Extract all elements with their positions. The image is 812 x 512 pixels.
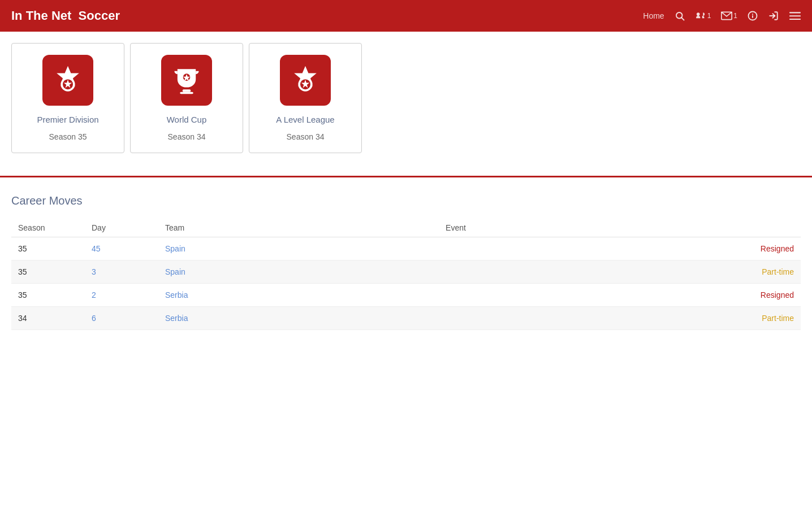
card-premier-division-title: Premier Division xyxy=(37,115,98,124)
users-icon[interactable]: 1 xyxy=(695,11,711,21)
brand-sub: Soccer xyxy=(79,8,120,23)
cell-event: Part-time xyxy=(439,307,801,330)
card-a-level-league[interactable]: A Level LeagueSeason 34 xyxy=(249,43,362,153)
cell-day: 2 xyxy=(85,284,158,307)
svg-rect-7 xyxy=(789,12,801,13)
table-row: 3545SpainResigned xyxy=(11,237,801,261)
card-premier-division[interactable]: Premier DivisionSeason 35 xyxy=(11,43,124,153)
card-a-level-league-season: Season 34 xyxy=(287,132,325,141)
card-premier-division-icon xyxy=(42,55,93,106)
cell-season: 34 xyxy=(11,307,85,330)
cell-team: Spain xyxy=(158,237,439,261)
card-world-cup-icon xyxy=(161,55,212,106)
col-team: Team xyxy=(158,219,439,237)
cell-season: 35 xyxy=(11,237,85,261)
career-title: Career Moves xyxy=(11,194,801,207)
svg-rect-14 xyxy=(183,89,191,92)
career-table: Season Day Team Event 3545SpainResigned3… xyxy=(11,219,801,330)
card-world-cup-season: Season 34 xyxy=(168,132,206,141)
cell-season: 35 xyxy=(11,284,85,307)
header-nav: Home 1 1 xyxy=(643,11,801,21)
col-season: Season xyxy=(11,219,85,237)
app-title: In The Net Soccer xyxy=(11,8,643,23)
cell-day: 3 xyxy=(85,261,158,284)
card-a-level-league-icon xyxy=(280,55,331,106)
cell-team: Serbia xyxy=(158,307,439,330)
cards-section: Premier DivisionSeason 35 World CupSeaso… xyxy=(0,32,812,153)
card-a-level-league-title: A Level League xyxy=(276,115,334,124)
table-row: 346SerbiaPart-time xyxy=(11,307,801,330)
col-day: Day xyxy=(85,219,158,237)
cell-event: Part-time xyxy=(439,261,801,284)
brand-main: In The Net xyxy=(11,8,71,23)
cell-day: 45 xyxy=(85,237,158,261)
cell-season: 35 xyxy=(11,261,85,284)
cell-team: Serbia xyxy=(158,284,439,307)
svg-line-1 xyxy=(681,18,684,20)
table-row: 353SpainPart-time xyxy=(11,261,801,284)
table-header-row: Season Day Team Event xyxy=(11,219,801,237)
cards-row: Premier DivisionSeason 35 World CupSeaso… xyxy=(11,43,801,153)
cell-day: 6 xyxy=(85,307,158,330)
svg-rect-15 xyxy=(180,92,193,94)
menu-icon[interactable] xyxy=(789,11,801,20)
svg-rect-9 xyxy=(789,19,801,20)
cell-event: Resigned xyxy=(439,237,801,261)
col-event: Event xyxy=(439,219,801,237)
career-section: Career Moves Season Day Team Event 3545S… xyxy=(0,177,812,341)
cell-event: Resigned xyxy=(439,284,801,307)
cell-team: Spain xyxy=(158,261,439,284)
table-row: 352SerbiaResigned xyxy=(11,284,801,307)
users-count: 1 xyxy=(707,12,711,20)
mail-icon[interactable]: 1 xyxy=(721,11,737,20)
search-icon[interactable] xyxy=(675,11,685,21)
svg-rect-8 xyxy=(789,15,801,16)
home-link[interactable]: Home xyxy=(643,11,664,20)
info-icon[interactable] xyxy=(748,11,758,21)
signout-icon[interactable] xyxy=(768,11,779,21)
card-world-cup-title: World Cup xyxy=(167,115,207,124)
mail-count: 1 xyxy=(733,12,737,20)
header: In The Net Soccer Home 1 1 xyxy=(0,0,812,32)
card-premier-division-season: Season 35 xyxy=(49,132,87,141)
card-world-cup[interactable]: World CupSeason 34 xyxy=(130,43,243,153)
